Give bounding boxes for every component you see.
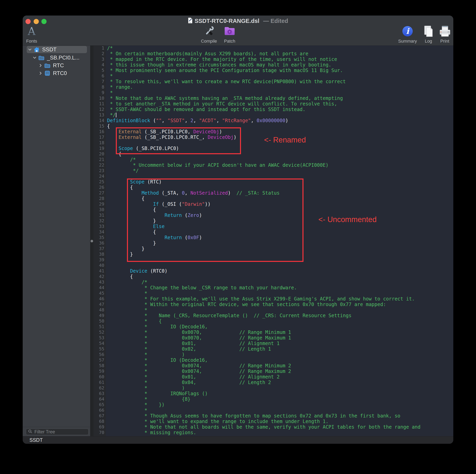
code-line[interactable]: 47 * Within the original RTC device, we … [94, 302, 453, 307]
code-line[interactable]: 41 Device (RTC0) [94, 268, 453, 274]
code-line[interactable]: 29 If (_OSI ("Darwin")) [94, 201, 453, 207]
code-line[interactable]: 60 * 0x01, // Alignment 2 [94, 374, 453, 380]
line-number: 45 [94, 290, 106, 296]
code-text: * 0x04, // Length 2 [107, 380, 271, 385]
sidebar-item-ssdt[interactable]: SSDT [27, 46, 87, 53]
toolbar-button-patch[interactable]: Patch [218, 24, 242, 44]
code-line[interactable]: 3 * mapped in the RTC device. For the ma… [94, 56, 453, 62]
code-line[interactable]: 22 * Uncomment below if your ACPI doesn'… [94, 162, 453, 168]
filter-tree-field[interactable] [26, 429, 88, 435]
code-line[interactable]: 10 * Note that due to AWAC systems havin… [94, 96, 453, 101]
code-line[interactable]: 17 External (_SB_.PCI0.LPC0.RTC_, Device… [94, 135, 453, 140]
code-line[interactable]: 36 } [94, 240, 453, 246]
code-line[interactable]: 21 /* [94, 157, 453, 162]
close-button[interactable] [25, 19, 31, 24]
code-line[interactable]: 45 * [94, 290, 453, 296]
code-line[interactable]: 40 [94, 263, 453, 268]
code-line[interactable]: 31 Return (Zero) [94, 213, 453, 218]
code-line[interactable]: 14DefinitionBlock ("", "SSDT", 2, "ACDT"… [94, 118, 453, 123]
code-line[interactable]: 50 * { [94, 318, 453, 324]
code-line[interactable]: 38 } [94, 252, 453, 257]
code-line[interactable]: 18 [94, 140, 453, 146]
code-line[interactable]: 9 * [94, 90, 453, 96]
minimize-button[interactable] [34, 19, 39, 24]
code-line[interactable]: 49 * Name (_CRS, ResourceTemplate () // … [94, 313, 453, 318]
code-line[interactable]: 30 { [94, 207, 453, 213]
code-line[interactable]: 12 * SSDT-AWAC should be removed and ins… [94, 107, 453, 112]
code-line[interactable]: 43 /* [94, 279, 453, 285]
line-number: 62 [94, 385, 106, 391]
line-number: 22 [94, 162, 106, 168]
code-line[interactable]: 20 { [94, 151, 453, 157]
code-line[interactable]: 59 * 0x0074, // Range Maximum 2 [94, 369, 453, 374]
code-line[interactable]: 62 * ) [94, 385, 453, 391]
code-line[interactable]: 2 * On certain motherboards(mainly Asus … [94, 51, 453, 56]
code-line[interactable]: 61 * 0x04, // Length 2 [94, 380, 453, 385]
code-line[interactable]: 15{ [94, 123, 453, 129]
sidebar-item-sb-pci0-l[interactable]: _SB.PCI0.L... [27, 54, 92, 61]
code-line[interactable]: 53 * 0x0070, // Range Maximum 1 [94, 335, 453, 341]
code-line[interactable]: 46 * For this example, we'll use the Asu… [94, 296, 453, 302]
code-line[interactable]: 48 * [94, 307, 453, 313]
code-line[interactable]: 67 * Though Asus seems to have forgotten… [94, 413, 453, 419]
code-line[interactable]: 19 Scope (_SB.PCI0.LPC0) [94, 146, 453, 151]
patch-icon [223, 24, 236, 38]
chevron-down-icon[interactable] [28, 48, 32, 51]
code-line[interactable]: 58 * 0x0074, // Range Minimum 2 [94, 363, 453, 369]
code-line[interactable]: 7 * To resolve this, we'll want to creat… [94, 79, 453, 84]
code-line[interactable]: 4 * this issue though in extreme circums… [94, 62, 453, 68]
code-line[interactable]: 68 * we'll want to expand the range to i… [94, 419, 453, 424]
code-line[interactable]: 28 { [94, 196, 453, 201]
code-line[interactable]: 5 * Most prominently seen around the PCI… [94, 68, 453, 73]
chevron-right-icon[interactable] [39, 71, 43, 75]
code-line[interactable]: 64 * {8} [94, 396, 453, 402]
split-view-divider[interactable] [90, 46, 94, 436]
toolbar-button-compile[interactable]: Compile [197, 24, 221, 44]
code-line[interactable]: 32 } [94, 218, 453, 224]
code-line[interactable]: 56 * ) [94, 352, 453, 357]
code-line[interactable]: 52 * 0x0070, // Range Minimum 1 [94, 330, 453, 335]
code-line[interactable]: 33 Else [94, 224, 453, 229]
code-line[interactable]: 39 [94, 257, 453, 263]
code-editor[interactable]: 1/*2 * On certain motherboards(mainly As… [94, 46, 453, 436]
code-line[interactable]: 70 * missing regions. [94, 430, 453, 435]
code-line[interactable]: 42 { [94, 274, 453, 279]
code-line[interactable]: 25 Scope (RTC) [94, 179, 453, 185]
sidebar-item-rtc[interactable]: RTC [27, 62, 98, 69]
code-line[interactable]: 6 * [94, 73, 453, 79]
code-line[interactable]: 8 * range. [94, 84, 453, 90]
toolbar-button-print[interactable]: Print [433, 24, 453, 44]
code-line[interactable]: 51 * IO (Decode16, [94, 324, 453, 330]
zoom-button[interactable] [41, 19, 47, 24]
code-line[interactable]: 27 Method (_STA, 0, NotSerialized) // _S… [94, 190, 453, 196]
code-line[interactable]: 55 * 0x02, // Length 1 [94, 346, 453, 352]
code-line[interactable]: 66 * [94, 407, 453, 413]
chevron-right-icon[interactable] [39, 64, 43, 68]
code-line[interactable]: 1/* [94, 46, 453, 51]
filter-tree-input[interactable] [34, 429, 86, 435]
code-line[interactable]: 23 */ [94, 168, 453, 173]
code-line[interactable]: 65 * }) [94, 402, 453, 407]
divider-drag-handle[interactable] [91, 240, 93, 242]
code-line[interactable]: 35 Return (0x0F) [94, 235, 453, 240]
code-line[interactable]: 69 * Note that not all boards will be th… [94, 424, 453, 430]
line-number: 23 [94, 168, 106, 173]
code-line[interactable]: 24 [94, 173, 453, 179]
code-line[interactable]: 26 { [94, 185, 453, 190]
toolbar-button-summary[interactable]: iSummary [396, 24, 420, 44]
summary-icon: i [402, 24, 413, 38]
code-line[interactable]: 11 * to set another _STA method in your … [94, 101, 453, 107]
toolbar-button-fonts[interactable]: AFonts [23, 24, 41, 44]
code-line[interactable]: 37 } [94, 246, 453, 252]
sidebar-item-rtc0[interactable]: RTC0 [27, 70, 98, 77]
code-line[interactable]: 44 * Change the below _CSR range to matc… [94, 285, 453, 290]
code-line[interactable]: 13 */ [94, 112, 453, 118]
code-text: * [107, 407, 147, 413]
code-line[interactable]: 57 * IO (Decode16, [94, 357, 453, 363]
code-text: * On certain motherboards(mainly Asus X2… [107, 51, 308, 56]
code-line[interactable]: 34 { [94, 229, 453, 235]
chevron-down-icon[interactable] [33, 56, 37, 60]
code-line[interactable]: 63 * IRQNoFlags () [94, 391, 453, 396]
code-line[interactable]: 16 External (_SB_.PCI0.LPC0, DeviceObj) [94, 129, 453, 135]
code-line[interactable]: 54 * 0x01, // Alignment 1 [94, 341, 453, 346]
